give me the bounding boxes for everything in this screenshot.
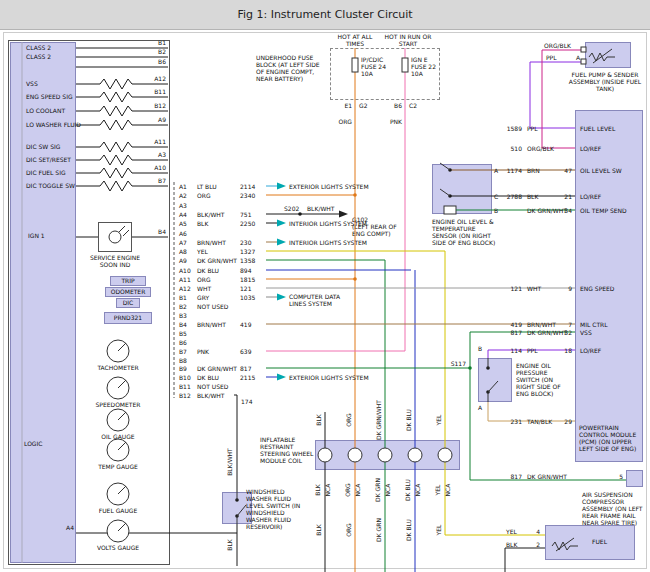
system-ref-label: INTERIOR LIGHTS SYSTEM [289,239,381,246]
gauge-label: TEMP GAUGE [78,463,158,470]
connector-pin: B2 [179,303,195,310]
coil-wire-exit: YEL [435,508,443,552]
cluster-pin: B1 [140,39,166,46]
coil-wire-nca: NCA [384,468,392,512]
wire-color: YEL [506,528,524,535]
wire-circuit: 121 [492,285,522,292]
connector-pin: B1 [179,294,195,301]
cluster-pin: B7 [140,177,166,184]
wire-color: BLK [506,541,524,548]
underhood-fuse-block-caption: UNDERHOOD FUSE BLOCK (AT LEFT SIDE OF EN… [256,54,326,82]
oil-pressure-switch-box [478,358,512,402]
connector-pin: B7 [179,348,195,355]
wire-circuit: 174 [241,398,261,405]
cluster-signal-label: LO COOLANT [26,107,96,114]
oil-pressure-switch-caption: ENGINE OIL PRESSURE SWITCH (ON RIGHT SID… [516,362,568,397]
wire-color: GRY [197,294,239,301]
pcm-row-label: LO/REF [580,145,640,152]
wire-circuit: 1035 [240,294,266,301]
indicator-lamp-box [98,222,132,252]
connector-pin: B8 [179,357,195,364]
system-ref-label: NOT USED [197,303,289,310]
coil-wire-exit: DK GRN [375,508,383,552]
coil-wire-exit: BLK [315,508,323,552]
wire-color: DK BLU [197,267,239,274]
pcm-row-label: OIL TEMP SEND [580,207,640,214]
connector-pin: A11 [179,276,195,283]
wire-color: BLK/WHT [197,211,239,218]
connector-pin: B10 [179,374,195,381]
wire-circuit: 231 [492,418,522,425]
connector-pin: A7 [179,239,195,246]
connector-pin: A1 [179,183,195,190]
gauge-label: FUEL GAUGE [78,507,158,514]
air-suspension-caption: AIR SUSPENSION COMPRESSOR ASSEMBLY (ON L… [582,491,646,526]
pcm-row-label: VSS [580,329,640,336]
wire-color: BRN/WHT [197,321,239,328]
wire-color: ORG [197,276,239,283]
connector-pin: A10 [179,267,195,274]
cluster-pin: A4 [48,524,74,531]
pcm-row-label: LO/REF [580,193,640,200]
connector-pin: A [478,404,486,411]
cluster-pin: B2 [140,48,166,55]
fuel-pump-sender-caption: FUEL PUMP & SENDER ASSEMBLY (INSIDE FUEL… [566,71,644,92]
coil-wire-nca: NCA [414,468,422,512]
wire-color: BRN/WHT [197,239,239,246]
wire-circuit: 1174 [492,167,522,174]
service-engine-soon-caption: SERVICE ENGINE SOON IND [86,254,144,268]
figure-title: Fig 1: Instrument Cluster Circuit [237,8,412,21]
system-ref-label: COMPUTER DATA LINES SYSTEM [289,293,345,307]
cluster-signal-label: CLASS 2 [26,53,96,60]
wire-color: BLK [197,220,239,227]
wire-circuit: 419 [492,321,522,328]
system-ref-label: EXTERIOR LIGHTS SYSTEM [289,374,381,381]
connector-pin: A6 [179,230,195,237]
coil-wire-color-top: YEL [435,398,443,442]
wire-color: YEL [197,248,239,255]
connector-pin: B5 [179,330,195,337]
connector-pin: B11 [179,383,195,390]
wire-circuit: 510 [492,145,522,152]
wire-circuit: 121 [240,285,266,292]
pcm-pin: 32 [554,329,572,336]
pcm-row-label: FUEL LEVEL [580,125,640,132]
wire-color: LT BLU [197,183,239,190]
cluster-signal-label: DIC FUEL SIG [26,169,96,176]
coil-wire-nca: NCA [324,468,332,512]
coil-wire-color-bottom: YEL [434,468,442,512]
air-suspension-connector-box [626,470,643,487]
cluster-pin: A10 [140,164,166,171]
pcm-pin: 18 [554,347,572,354]
hot-in-run-or-start-label: HOT IN RUN OR START [382,33,434,47]
connector-pin: B4 [179,321,195,328]
gauge-label: VOLTS GAUGE [78,544,158,551]
pcm-pin: 34 [554,207,572,214]
wire-circuit: 817 [240,365,266,372]
connector-pin: A3 [179,202,195,209]
connector-pin: B12 [179,392,195,399]
pcm-pin: 21 [554,193,572,200]
wire-circuit: 2788 [492,193,522,200]
connector-pin: 5 [610,473,623,480]
cluster-pin: B11 [140,88,166,95]
sir-coil-caption: INFLATABLE RESTRAINT STEERING WHEEL MODU… [260,436,314,464]
cluster-pin: B12 [140,102,166,109]
wire-color: DK GRN/WHT [527,473,569,480]
cluster-pin: B6 [140,58,166,65]
pcm-row-label: MIL CTRL [580,321,640,328]
coil-wire-color-bottom: DK BLU [404,468,412,512]
gauge-label: SPEEDOMETER [78,401,158,408]
hot-at-all-times-label: HOT AT ALL TIMES [330,33,380,47]
fuse-pin: G2 [359,102,371,109]
pcm-pin: 7 [554,321,572,328]
wire-circuit: 1327 [240,248,266,255]
wire-circuit: 1589 [492,125,522,132]
connector-pin: 2 [530,541,540,548]
trip-display: TRIP [110,276,146,286]
coil-wire-color-top: DK BLU [405,398,413,442]
washer-wire-color: BLK [226,523,234,567]
cluster-signal-label: CLASS 2 [26,44,96,51]
wire-circuit: 639 [240,348,266,355]
cluster-signal-label: DIC TOGGLE SW [26,182,96,189]
